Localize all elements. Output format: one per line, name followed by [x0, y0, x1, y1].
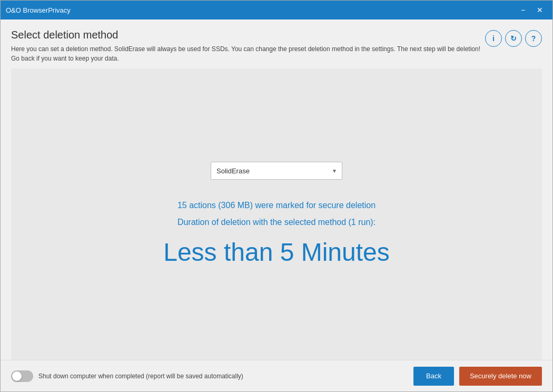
minimize-button[interactable]: − — [516, 3, 530, 17]
shutdown-toggle[interactable] — [11, 370, 33, 382]
deletion-method-select[interactable]: SolidErase DoD 5220.22-M Gutmann One Pas… — [211, 162, 342, 180]
header-left: Select deletion method Here you can set … — [11, 29, 485, 63]
header-icons: i ↻ ? — [485, 30, 542, 47]
content-area: Select deletion method Here you can set … — [1, 19, 552, 360]
dropdown-container: SolidErase DoD 5220.22-M Gutmann One Pas… — [211, 162, 342, 180]
select-wrapper: SolidErase DoD 5220.22-M Gutmann One Pas… — [211, 162, 342, 180]
footer-right: Back Securely delete now — [413, 367, 542, 386]
back-button[interactable]: Back — [413, 367, 454, 386]
title-bar: O&O BrowserPrivacy − ✕ — [1, 1, 552, 19]
main-panel: SolidErase DoD 5220.22-M Gutmann One Pas… — [11, 68, 542, 360]
securely-delete-button[interactable]: Securely delete now — [459, 367, 542, 386]
refresh-button[interactable]: ↻ — [505, 30, 522, 47]
toggle-knob — [12, 371, 22, 381]
shutdown-label: Shut down computer when completed (repor… — [38, 373, 243, 380]
window-controls: − ✕ — [516, 3, 547, 17]
close-button[interactable]: ✕ — [532, 3, 547, 17]
description-text: Here you can set a deletion method. Soli… — [11, 44, 485, 63]
header-row: Select deletion method Here you can set … — [11, 29, 542, 63]
footer-left: Shut down computer when completed (repor… — [11, 370, 243, 382]
duration-text: Duration of deletion with the selected m… — [177, 218, 376, 227]
time-estimate: Less than 5 Minutes — [163, 238, 390, 267]
window-title: O&O BrowserPrivacy — [6, 6, 71, 14]
page-title: Select deletion method — [11, 29, 485, 41]
actions-text: 15 actions (306 MB) were marked for secu… — [177, 201, 376, 210]
help-button[interactable]: ? — [525, 30, 542, 47]
footer: Shut down computer when completed (repor… — [1, 360, 552, 391]
info-button[interactable]: i — [485, 30, 502, 47]
app-window: O&O BrowserPrivacy − ✕ Select deletion m… — [0, 0, 553, 392]
